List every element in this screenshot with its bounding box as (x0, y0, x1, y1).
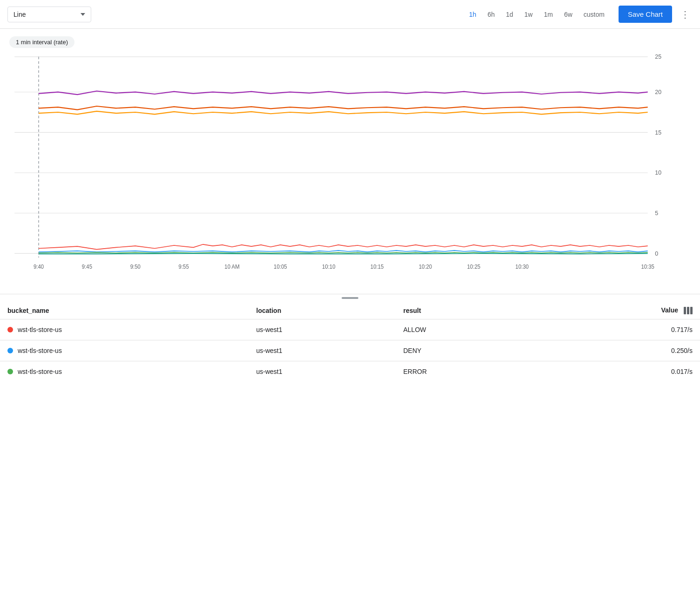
cell-bucket-name-0: wst-tls-store-us (0, 319, 249, 340)
color-dot-1 (7, 348, 13, 353)
chart-svg: 0 5 10 15 20 25 9:40 9:45 9:50 9:55 10 A… (0, 52, 677, 294)
color-dot-2 (7, 369, 13, 374)
chart-type-dropdown[interactable]: Line (7, 7, 91, 22)
svg-text:10:05: 10:05 (274, 264, 287, 270)
cell-value-0: 0.717/s (534, 319, 700, 340)
chevron-down-icon (81, 13, 85, 16)
cell-value-1: 0.250/s (534, 340, 700, 361)
interval-badge: 1 min interval (rate) (9, 36, 74, 48)
time-btn-6w[interactable]: 6w (559, 8, 577, 21)
chart-container: 0 5 10 15 20 25 9:40 9:45 9:50 9:55 10 A… (0, 52, 700, 294)
time-btn-custom[interactable]: custom (579, 8, 609, 21)
svg-text:10:15: 10:15 (370, 264, 384, 270)
time-btn-1w[interactable]: 1w (520, 8, 538, 21)
col-bucket-name: bucket_name (0, 302, 249, 319)
svg-text:25: 25 (655, 53, 661, 60)
legend-table-header: bucket_name location result Value (0, 302, 700, 319)
time-btn-6h[interactable]: 6h (483, 8, 499, 21)
col-value: Value (534, 302, 700, 319)
cell-bucket-name-1: wst-tls-store-us (0, 340, 249, 361)
svg-text:10: 10 (655, 169, 661, 176)
cell-result-2: ERROR (396, 361, 534, 382)
chart-area: 1 min interval (rate) 0 5 10 15 20 25 9:… (0, 29, 700, 294)
svg-text:9:40: 9:40 (34, 264, 44, 270)
time-btn-1m[interactable]: 1m (539, 8, 557, 21)
col-location: location (249, 302, 396, 319)
chart-type-label: Line (13, 11, 26, 18)
time-btn-1d[interactable]: 1d (501, 8, 518, 21)
save-chart-button[interactable]: Save Chart (619, 6, 672, 23)
legend-table-body: wst-tls-store-us us-west1 ALLOW 0.717/s … (0, 319, 700, 382)
cell-value-2: 0.017/s (534, 361, 700, 382)
svg-text:0: 0 (655, 250, 658, 257)
cell-location-1: us-west1 (249, 340, 396, 361)
scroll-handle-bar (342, 297, 358, 299)
svg-text:10:25: 10:25 (467, 264, 481, 270)
time-btn-1h[interactable]: 1h (464, 8, 481, 21)
svg-text:10 AM: 10 AM (224, 264, 239, 270)
legend-row-2: wst-tls-store-us us-west1 ERROR 0.017/s (0, 361, 700, 382)
svg-text:10:10: 10:10 (322, 264, 336, 270)
cell-location-0: us-west1 (249, 319, 396, 340)
svg-text:20: 20 (655, 88, 661, 95)
svg-text:15: 15 (655, 129, 661, 135)
legend-section: bucket_name location result Value (0, 294, 700, 382)
time-range-group: 1h6h1d1w1m6wcustom (464, 8, 609, 21)
cell-result-1: DENY (396, 340, 534, 361)
svg-text:9:50: 9:50 (130, 264, 141, 270)
svg-text:10:35: 10:35 (641, 264, 654, 270)
toolbar: Line 1h6h1d1w1m6wcustom Save Chart ⋮ (0, 0, 700, 29)
legend-row-1: wst-tls-store-us us-west1 DENY 0.250/s (0, 340, 700, 361)
svg-text:9:55: 9:55 (179, 264, 189, 270)
legend-row-0: wst-tls-store-us us-west1 ALLOW 0.717/s (0, 319, 700, 340)
cell-bucket-name-2: wst-tls-store-us (0, 361, 249, 382)
svg-text:5: 5 (655, 210, 658, 217)
svg-text:10:20: 10:20 (419, 264, 432, 270)
cell-result-0: ALLOW (396, 319, 534, 340)
legend-table: bucket_name location result Value (0, 302, 700, 382)
svg-text:10:30: 10:30 (515, 264, 529, 270)
scroll-handle[interactable] (0, 294, 700, 302)
col-result: result (396, 302, 534, 319)
cell-location-2: us-west1 (249, 361, 396, 382)
color-dot-0 (7, 327, 13, 332)
svg-text:9:45: 9:45 (82, 264, 92, 270)
more-options-icon[interactable]: ⋮ (678, 6, 693, 23)
